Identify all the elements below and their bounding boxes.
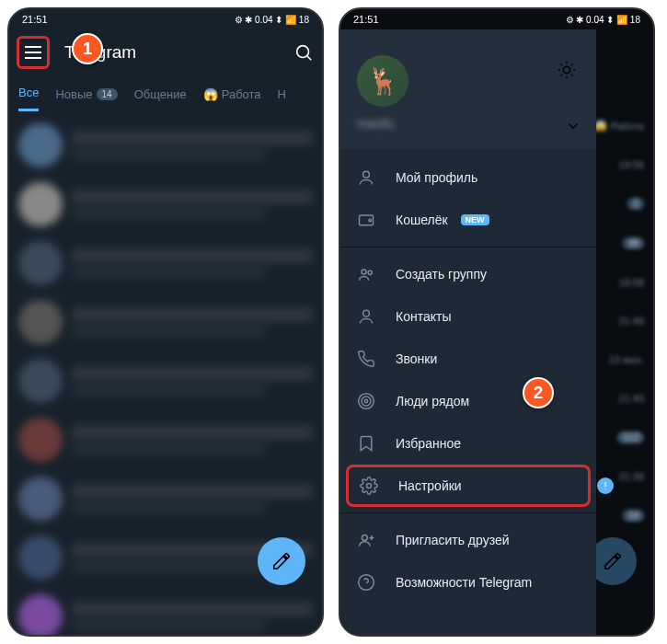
chat-row[interactable] [9, 410, 322, 469]
svg-point-15 [368, 270, 372, 274]
svg-point-11 [363, 171, 370, 178]
tab-more[interactable]: Н [278, 87, 286, 101]
menu-invite[interactable]: Пригласить друзей [340, 519, 596, 561]
tab-chat[interactable]: Общение [134, 87, 187, 101]
navigation-drawer: mardu Мой профиль Кошелёк NEW Создать гр… [340, 29, 596, 635]
menu-profile[interactable]: Мой профиль [340, 156, 596, 199]
menu-calls[interactable]: Звонки [340, 338, 596, 380]
annotation-marker-1: 1 [72, 33, 103, 64]
notification-dot: ! [597, 477, 614, 494]
left-screenshot: 1 21:51 ⚙ ✱ 0.04 ⬍ 📶 18 Telegram Все Нов… [7, 7, 324, 637]
menu-contacts[interactable]: Контакты [340, 295, 596, 338]
background-chat-preview: 😱Работа 19:56 1 39 18:08 21:49 13 июн. 2… [589, 110, 653, 531]
status-time: 21:51 [353, 14, 379, 25]
status-bar: 21:51 ⚙ ✱ 0.04 ⬍ 📶 18 [340, 9, 653, 29]
profile-icon [357, 168, 375, 187]
svg-line-1 [307, 56, 311, 60]
status-indicators: ⚙ ✱ 0.04 ⬍ 📶 18 [566, 15, 640, 25]
svg-line-6 [571, 75, 572, 75]
user-avatar[interactable] [357, 55, 408, 107]
svg-point-16 [363, 310, 370, 316]
new-badge: NEW [461, 214, 489, 225]
svg-line-5 [560, 63, 561, 64]
svg-point-21 [362, 535, 367, 541]
menu-settings[interactable]: Настройки ! [346, 465, 591, 507]
tab-new[interactable]: Новые14 [55, 87, 117, 101]
svg-point-2 [563, 66, 569, 73]
bookmark-icon [357, 434, 375, 453]
tab-badge: 14 [97, 88, 118, 100]
svg-point-13 [369, 219, 372, 222]
wallet-icon [357, 211, 375, 229]
drawer-header: mardu [340, 29, 596, 149]
right-screenshot: 😱Работа 19:56 1 39 18:08 21:49 13 июн. 2… [339, 7, 655, 637]
group-icon [357, 265, 375, 283]
nearby-icon [357, 392, 375, 410]
contacts-icon [357, 307, 375, 326]
chat-row[interactable] [9, 351, 322, 410]
theme-toggle-icon[interactable] [554, 57, 580, 83]
chat-row[interactable] [9, 469, 322, 528]
status-time: 21:51 [22, 14, 48, 25]
drawer-username: mardu [357, 116, 580, 131]
menu-faq[interactable]: Возможности Telegram [340, 561, 596, 604]
compose-fab[interactable] [258, 537, 305, 585]
expand-accounts-icon[interactable] [565, 118, 581, 138]
hamburger-menu-button[interactable] [17, 36, 50, 69]
svg-point-0 [297, 46, 309, 58]
chat-row[interactable] [9, 234, 322, 293]
chat-row[interactable] [9, 293, 322, 351]
svg-line-9 [560, 75, 561, 75]
status-bar: 21:51 ⚙ ✱ 0.04 ⬍ 📶 18 [9, 9, 322, 29]
menu-nearby[interactable]: Люди рядом [340, 380, 596, 422]
svg-point-19 [359, 394, 374, 409]
annotation-marker-2: 2 [523, 377, 554, 408]
chat-row[interactable] [9, 587, 322, 637]
tab-all[interactable]: Все [18, 86, 39, 111]
menu-wallet[interactable]: Кошелёк NEW [340, 199, 596, 241]
menu-new-group[interactable]: Создать группу [340, 253, 596, 295]
invite-icon [357, 531, 375, 549]
drawer-menu: Мой профиль Кошелёк NEW Создать группу К… [340, 149, 596, 611]
svg-point-18 [362, 397, 371, 406]
gear-icon [360, 477, 378, 495]
tab-bar: Все Новые14 Общение 😱Работа Н [9, 75, 322, 112]
svg-point-14 [362, 270, 366, 274]
help-icon [357, 573, 375, 592]
menu-separator [340, 512, 596, 513]
phone-icon [357, 350, 375, 368]
menu-saved[interactable]: Избранное [340, 422, 596, 465]
chat-row[interactable] [9, 175, 322, 234]
status-indicators: ⚙ ✱ 0.04 ⬍ 📶 18 [235, 15, 309, 25]
app-bar: Telegram [9, 29, 322, 75]
menu-separator [340, 247, 596, 247]
svg-point-20 [367, 484, 372, 489]
search-icon[interactable] [293, 41, 315, 63]
tab-work[interactable]: 😱Работа [203, 87, 261, 101]
chat-row[interactable] [9, 116, 322, 175]
svg-point-24 [359, 575, 374, 591]
svg-line-10 [571, 63, 572, 64]
svg-point-17 [364, 399, 367, 402]
